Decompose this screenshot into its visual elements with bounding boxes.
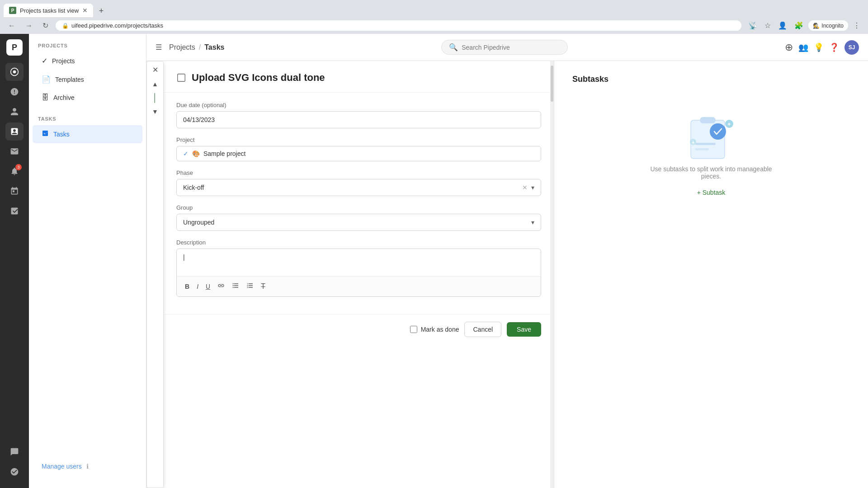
due-date-input[interactable] — [176, 111, 541, 128]
task-form-container: Upload SVG Icons dual tone Due date (opt… — [147, 61, 554, 488]
new-tab-button[interactable]: + — [95, 5, 108, 17]
save-button[interactable]: Save — [507, 322, 541, 337]
breadcrumb: Projects / Tasks — [169, 43, 224, 52]
incognito-label: Incognito — [821, 23, 844, 29]
mark-done-checkbox[interactable] — [410, 326, 417, 333]
cancel-button[interactable]: Cancel — [464, 322, 501, 337]
bookmark-button[interactable]: ☆ — [762, 20, 773, 31]
app-logo[interactable]: P — [6, 39, 23, 56]
clear-format-button[interactable]: T — [258, 281, 268, 292]
rail-icon-reports[interactable] — [5, 202, 24, 220]
collapse-down-button[interactable]: ▼ — [149, 105, 161, 118]
rail-icon-projects[interactable] — [5, 122, 24, 141]
sidebar-item-tasks[interactable]: Tasks — [33, 125, 142, 143]
rail-icon-deals[interactable] — [5, 83, 24, 101]
rail-icon-calendar[interactable] — [5, 182, 24, 200]
sidebar: PROJECTS ✓ Projects 📄 Templates 🗄 Archiv… — [29, 34, 146, 488]
group-value: Ungrouped — [183, 219, 214, 226]
templates-icon: 📄 — [42, 75, 51, 84]
address-bar[interactable]: 🔒 uifeed.pipedrive.com/projects/tasks — [56, 20, 741, 31]
group-group: Group Ungrouped ▾ — [176, 204, 541, 231]
sidebar-item-archive[interactable]: 🗄 Archive — [33, 89, 142, 106]
archive-icon: 🗄 — [42, 94, 49, 102]
scrollbar-track[interactable] — [550, 61, 554, 488]
sidebar-projects-label: Projects — [52, 57, 75, 65]
sidebar-item-projects[interactable]: ✓ Projects — [33, 52, 142, 70]
breadcrumb-root[interactable]: Projects — [169, 43, 195, 52]
browser-toolbar: ← → ↻ 🔒 uifeed.pipedrive.com/projects/ta… — [0, 17, 868, 34]
profile-button[interactable]: 👤 — [776, 20, 789, 31]
back-button[interactable]: ← — [5, 21, 18, 31]
description-editor: | B I U — [176, 249, 541, 297]
users-button[interactable]: 👥 — [798, 42, 808, 52]
more-button[interactable]: ⋮ — [851, 20, 863, 31]
phase-clear-button[interactable]: ✕ — [522, 184, 528, 191]
italic-button[interactable]: I — [194, 281, 201, 292]
bullet-list-button[interactable] — [229, 280, 242, 293]
browser-chrome: P Projects tasks list view ✕ + ← → ↻ 🔒 u… — [0, 0, 868, 34]
due-date-label: Due date (optional) — [176, 102, 541, 108]
breadcrumb-separator: / — [199, 43, 201, 52]
app: P 3 P — [0, 34, 868, 488]
mark-done-label[interactable]: Mark as done — [410, 326, 459, 333]
svg-text:+: + — [692, 140, 694, 145]
phase-label: Phase — [176, 169, 541, 176]
rail-icon-email[interactable] — [5, 142, 24, 160]
description-toolbar: B I U — [177, 276, 541, 296]
manage-users-item[interactable]: Manage users ℹ — [33, 458, 142, 474]
avatar[interactable]: SJ — [844, 40, 859, 55]
bold-button[interactable]: B — [182, 281, 192, 292]
menu-toggle[interactable]: ☰ — [156, 43, 162, 52]
collapse-up-button[interactable]: ▲ — [149, 78, 161, 90]
svg-rect-6 — [695, 143, 716, 145]
tab-favicon: P — [9, 7, 16, 14]
forward-button[interactable]: → — [23, 21, 35, 31]
add-button[interactable]: ⊕ — [785, 42, 793, 53]
description-input[interactable]: | — [177, 249, 541, 276]
floating-panel: ✕ ▲ │ ▼ — [146, 61, 164, 488]
main-content: ☰ Projects / Tasks 🔍 ⊕ 👥 💡 ❓ SJ — [146, 34, 868, 488]
group-chevron-icon: ▾ — [531, 219, 534, 226]
task-panel-wrapper: ✕ ▲ │ ▼ Upload SVG Icons dual tone — [146, 61, 868, 488]
search-bar[interactable]: 🔍 — [441, 40, 568, 55]
browser-actions: 📡 ☆ 👤 🧩 🕵️ Incognito ⋮ — [746, 20, 863, 31]
due-date-group: Due date (optional) — [176, 102, 541, 128]
task-form: Due date (optional) Project ✓ 🎨 Sample p… — [164, 93, 554, 314]
ordered-list-button[interactable] — [244, 280, 256, 293]
mark-done-text: Mark as done — [421, 326, 459, 333]
reload-button[interactable]: ↻ — [40, 20, 51, 31]
scrollbar-thumb[interactable] — [551, 66, 553, 102]
sidebar-manage-users-label: Manage users — [42, 463, 82, 470]
breadcrumb-current: Tasks — [204, 43, 224, 52]
rail-icon-notifications[interactable]: 3 — [5, 162, 24, 180]
add-subtask-button[interactable]: + Subtask — [697, 189, 726, 196]
search-input[interactable] — [462, 44, 560, 51]
rail-icon-integrations[interactable] — [5, 463, 24, 481]
extensions-button[interactable]: 🧩 — [792, 20, 806, 31]
sidebar-archive-label: Archive — [53, 94, 75, 101]
lightbulb-button[interactable]: 💡 — [814, 42, 824, 52]
tab-title: Projects tasks list view — [20, 7, 79, 14]
rail-icon-activities[interactable] — [5, 63, 24, 81]
group-input[interactable]: Ungrouped ▾ — [176, 214, 541, 231]
group-label: Group — [176, 204, 541, 211]
subtasks-panel: Subtasks + — [554, 61, 868, 488]
description-group: Description | B I U — [176, 239, 541, 297]
underline-button[interactable]: U — [203, 281, 213, 292]
subtasks-illustration: + + — [675, 111, 747, 165]
link-button[interactable] — [215, 280, 227, 293]
active-tab[interactable]: P Projects tasks list view ✕ — [4, 4, 93, 17]
rail-icon-contacts[interactable] — [5, 103, 24, 121]
tab-close-button[interactable]: ✕ — [82, 7, 88, 14]
project-emoji: 🎨 — [192, 150, 200, 157]
project-input[interactable]: ✓ 🎨 Sample project — [176, 146, 541, 161]
rail-icon-products[interactable] — [5, 443, 24, 461]
phase-input[interactable]: Kick-off ✕ ▾ — [176, 179, 541, 196]
projects-icon: ✓ — [42, 56, 47, 65]
help-button[interactable]: ❓ — [829, 42, 839, 52]
cast-button[interactable]: 📡 — [746, 20, 760, 31]
svg-point-5 — [710, 123, 726, 140]
sidebar-item-templates[interactable]: 📄 Templates — [33, 70, 142, 88]
search-icon: 🔍 — [449, 43, 458, 52]
close-panel-button[interactable]: ✕ — [149, 63, 161, 76]
